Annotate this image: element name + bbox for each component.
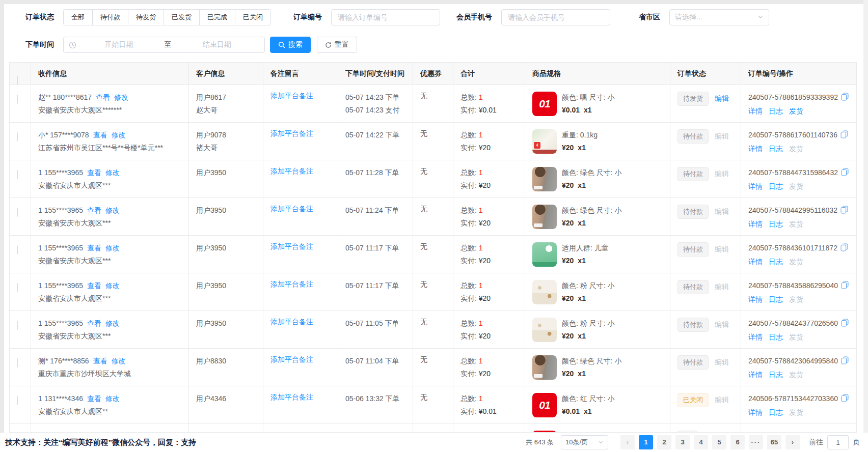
add-remark-link[interactable]: 添加平台备注	[270, 167, 313, 175]
view-link[interactable]: 查看	[87, 394, 101, 403]
log-link[interactable]: 日志	[769, 145, 783, 153]
copy-icon[interactable]	[840, 243, 848, 255]
order-status-option-5[interactable]: 已关闭	[235, 9, 271, 25]
copy-icon[interactable]	[841, 281, 849, 292]
order-status-option-2[interactable]: 待发货	[128, 9, 164, 25]
paid-value: ¥20	[479, 144, 491, 152]
order-status-option-0[interactable]: 全部	[63, 9, 93, 25]
log-link[interactable]: 日志	[769, 182, 783, 190]
view-link[interactable]: 查看	[93, 357, 107, 365]
order-time-range-picker[interactable]: 开始日期 至 结束日期	[63, 37, 265, 53]
view-link[interactable]: 查看	[93, 131, 107, 139]
page-button-6[interactable]: 6	[730, 435, 745, 449]
order-time: 05-07 11:17 下单	[345, 242, 405, 253]
order-status-option-4[interactable]: 已完成	[199, 9, 235, 25]
row-checkbox[interactable]	[17, 132, 18, 142]
row-checkbox[interactable]	[17, 245, 18, 255]
row-checkbox[interactable]	[17, 358, 18, 368]
copy-icon[interactable]	[841, 168, 849, 179]
modify-link[interactable]: 修改	[112, 131, 126, 139]
modify-link[interactable]: 修改	[105, 206, 120, 214]
order-no-line: 240507-5788435886295040	[748, 280, 850, 292]
modify-link[interactable]: 修改	[105, 319, 120, 327]
modify-link[interactable]: 修改	[114, 93, 128, 101]
view-link[interactable]: 查看	[87, 244, 101, 252]
region-select[interactable]: 请选择...	[669, 9, 769, 25]
start-date-placeholder[interactable]: 开始日期	[76, 40, 161, 49]
add-remark-link[interactable]: 添加平台备注	[270, 92, 313, 100]
detail-link[interactable]: 详情	[748, 295, 763, 303]
detail-link[interactable]: 详情	[748, 408, 763, 416]
next-page-button[interactable]: ›	[785, 435, 800, 449]
page-button-2[interactable]: 2	[657, 435, 671, 449]
edit-order-link[interactable]: 编辑	[715, 94, 729, 102]
add-remark-link[interactable]: 添加平台备注	[270, 355, 313, 363]
ship-link[interactable]: 发货	[789, 107, 803, 115]
last-page-button[interactable]: 65	[767, 435, 781, 449]
select-all-checkbox[interactable]	[17, 76, 18, 84]
order-no-input[interactable]	[331, 9, 440, 25]
page-button-5[interactable]: 5	[712, 435, 726, 449]
reset-button[interactable]: 重置	[317, 37, 357, 53]
log-link[interactable]: 日志	[769, 333, 783, 341]
log-link[interactable]: 日志	[769, 371, 783, 379]
search-button[interactable]: 搜索	[270, 37, 311, 53]
row-checkbox[interactable]	[17, 95, 18, 104]
row-checkbox[interactable]	[17, 321, 18, 330]
status-cell: 待付款编辑	[670, 160, 741, 197]
order-status-label: 订单状态	[25, 13, 54, 22]
page-button-4[interactable]: 4	[694, 435, 708, 449]
modify-link[interactable]: 修改	[112, 357, 126, 365]
goto-page-input[interactable]	[827, 435, 849, 449]
log-link[interactable]: 日志	[769, 220, 783, 228]
detail-link[interactable]: 详情	[748, 220, 763, 228]
more-pages-button[interactable]: ···	[749, 435, 763, 449]
log-link[interactable]: 日志	[769, 295, 783, 303]
page-size-select[interactable]: 10条/页	[561, 435, 608, 449]
vertical-scrollbar[interactable]	[863, 0, 868, 452]
end-date-placeholder[interactable]: 结束日期	[175, 40, 260, 49]
row-checkbox[interactable]	[17, 283, 18, 292]
view-link[interactable]: 查看	[87, 319, 101, 327]
detail-link[interactable]: 详情	[748, 107, 763, 115]
add-remark-link[interactable]: 添加平台备注	[270, 205, 313, 213]
log-link[interactable]: 日志	[769, 408, 783, 416]
row-checkbox[interactable]	[17, 208, 18, 217]
copy-icon[interactable]	[841, 394, 849, 405]
log-link[interactable]: 日志	[769, 258, 783, 266]
modify-link[interactable]: 修改	[105, 168, 120, 177]
member-phone-input[interactable]	[501, 9, 610, 25]
detail-link[interactable]: 详情	[748, 333, 763, 341]
copy-icon[interactable]	[841, 356, 849, 368]
customer-cell: 用户3950	[189, 198, 263, 235]
add-remark-link[interactable]: 添加平台备注	[270, 242, 313, 250]
view-link[interactable]: 查看	[87, 281, 101, 290]
order-no: 240507-5788423064995840	[748, 357, 838, 365]
add-remark-link[interactable]: 添加平台备注	[270, 280, 313, 288]
order-status-option-1[interactable]: 待付款	[92, 9, 128, 25]
copy-icon[interactable]	[840, 130, 848, 142]
modify-link[interactable]: 修改	[105, 244, 120, 252]
add-remark-link[interactable]: 添加平台备注	[270, 393, 313, 401]
page-button-1[interactable]: 1	[639, 435, 653, 449]
log-link[interactable]: 日志	[769, 107, 783, 115]
copy-icon[interactable]	[841, 319, 849, 330]
detail-link[interactable]: 详情	[748, 182, 763, 190]
page-button-3[interactable]: 3	[675, 435, 690, 449]
detail-link[interactable]: 详情	[748, 145, 763, 153]
view-link[interactable]: 查看	[87, 206, 101, 214]
detail-link[interactable]: 详情	[748, 371, 763, 379]
copy-icon[interactable]	[841, 93, 849, 104]
add-remark-link[interactable]: 添加平台备注	[270, 129, 313, 137]
modify-link[interactable]: 修改	[105, 394, 120, 403]
view-link[interactable]: 查看	[96, 93, 110, 101]
copy-icon[interactable]	[840, 206, 848, 217]
row-checkbox[interactable]	[17, 170, 18, 179]
order-status-option-3[interactable]: 已发货	[164, 9, 200, 25]
modify-link[interactable]: 修改	[105, 281, 120, 290]
row-checkbox[interactable]	[17, 396, 18, 405]
view-link[interactable]: 查看	[87, 168, 101, 177]
detail-link[interactable]: 详情	[748, 258, 763, 266]
add-remark-link[interactable]: 添加平台备注	[270, 318, 313, 326]
ship-link: 发货	[789, 295, 803, 303]
